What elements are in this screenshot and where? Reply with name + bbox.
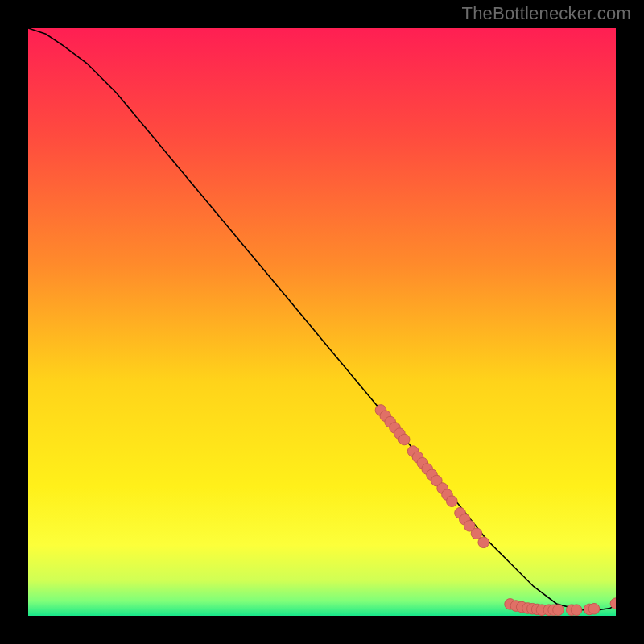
data-point — [478, 537, 489, 548]
data-point — [471, 528, 482, 539]
data-point — [398, 434, 410, 445]
gradient-rect — [28, 28, 616, 616]
attribution-text: TheBottlenecker.com — [462, 3, 631, 24]
data-point — [447, 496, 458, 507]
data-point — [553, 605, 564, 616]
plot-area — [28, 28, 616, 616]
chart-svg — [28, 28, 616, 616]
chart-stage: TheBottlenecker.com — [0, 0, 644, 644]
data-point — [588, 603, 600, 614]
data-point — [571, 605, 582, 616]
